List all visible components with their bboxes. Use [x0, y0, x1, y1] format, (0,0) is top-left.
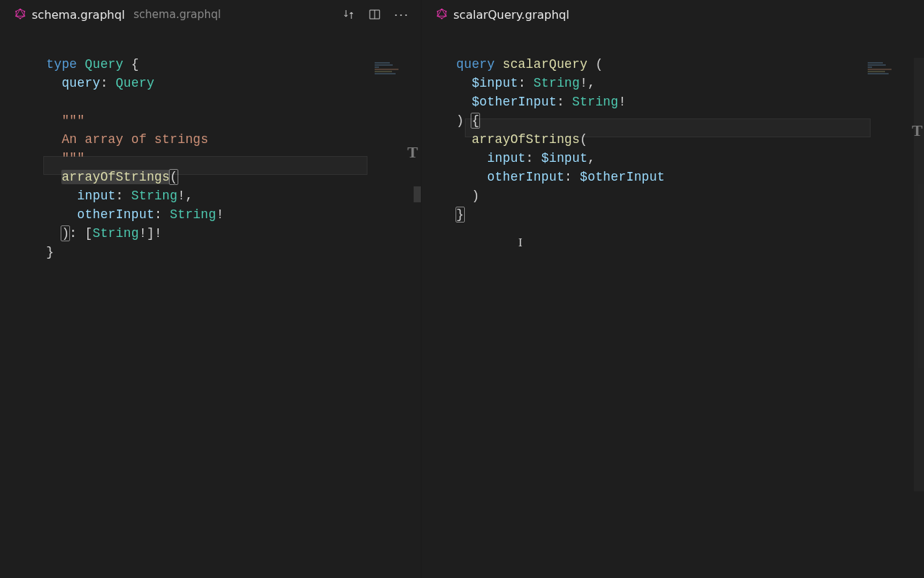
token: (	[596, 57, 603, 72]
token: {	[131, 57, 139, 72]
token: An array of strings	[61, 132, 208, 147]
token: {	[471, 113, 480, 129]
svg-point-5	[19, 18, 21, 20]
editor-pane-left: schema.graphql schema.graphql ··· type Q…	[0, 0, 422, 578]
token: :	[518, 76, 526, 90]
token: query	[61, 76, 100, 90]
scrollbar-thumb[interactable]	[414, 186, 421, 202]
token: type	[46, 57, 77, 72]
token: !	[139, 226, 147, 241]
token: scalarQuery	[502, 57, 588, 72]
tab-title: scalarQuery.graphql	[453, 8, 570, 22]
token: arrayOfStrings	[61, 170, 170, 184]
token: !,	[580, 76, 595, 90]
token: Query	[116, 76, 154, 90]
text-cursor-icon: I	[518, 236, 523, 250]
overview-glyph: T	[407, 143, 418, 162]
token: """	[61, 113, 84, 128]
svg-point-1	[15, 11, 17, 12]
token: input	[487, 151, 526, 165]
token: Query	[85, 57, 124, 72]
svg-point-12	[445, 15, 447, 17]
token: :	[526, 151, 533, 165]
token: """	[61, 151, 84, 165]
token: :	[565, 170, 572, 184]
tab-scalarquery-graphql[interactable]: scalarQuery.graphql	[429, 0, 577, 29]
token: String	[170, 207, 216, 222]
tab-subtitle: schema.graphql	[134, 8, 221, 21]
token: :	[100, 76, 108, 90]
token: String	[572, 95, 619, 109]
token: otherInput	[77, 207, 154, 222]
token: }	[456, 207, 465, 223]
scrollbar[interactable]	[914, 58, 924, 491]
token: !,	[178, 189, 193, 203]
token: )	[456, 113, 464, 128]
compare-changes-icon[interactable]	[342, 8, 355, 21]
svg-point-11	[437, 15, 438, 17]
svg-point-9	[437, 11, 438, 12]
token: :	[557, 95, 565, 109]
code-content-left[interactable]: type Query { query: Query """ An array o…	[0, 29, 421, 280]
token: !	[154, 226, 162, 241]
token: !	[216, 207, 224, 222]
editor-left[interactable]: type Query { query: Query """ An array o…	[0, 29, 421, 578]
svg-point-4	[24, 15, 25, 17]
more-actions-icon[interactable]: ···	[394, 7, 409, 22]
split-editor-icon[interactable]	[368, 8, 381, 21]
graphql-icon	[436, 9, 448, 20]
editor-pane-right: scalarQuery.graphql query scalarQuery ( …	[422, 0, 924, 578]
tab-schema-graphql[interactable]: schema.graphql schema.graphql	[7, 0, 228, 29]
svg-point-10	[445, 11, 447, 12]
tab-bar-left: schema.graphql schema.graphql ···	[0, 0, 421, 29]
token: $input	[471, 76, 518, 90]
token: ,	[588, 151, 596, 165]
token: String	[533, 76, 580, 90]
token: ]	[147, 226, 154, 241]
token: )	[471, 189, 479, 203]
svg-point-13	[441, 18, 443, 20]
tab-actions-left: ···	[342, 7, 414, 22]
token: otherInput	[487, 170, 565, 184]
token: :	[116, 189, 123, 203]
editor-right[interactable]: query scalarQuery ( $input: String!, $ot…	[422, 29, 924, 578]
token: }	[46, 245, 54, 259]
token: !	[619, 95, 627, 109]
token: query	[456, 57, 495, 72]
token: (	[169, 169, 178, 185]
token: [	[85, 226, 93, 241]
tab-bar-right: scalarQuery.graphql	[422, 0, 924, 29]
svg-point-2	[24, 11, 25, 12]
token: String	[131, 189, 178, 203]
token: $otherInput	[471, 95, 557, 109]
token: (	[580, 132, 588, 147]
token: :	[154, 207, 162, 222]
code-content-right[interactable]: query scalarQuery ( $input: String!, $ot…	[422, 29, 924, 243]
token: $input	[541, 151, 588, 165]
token: arrayOfStrings	[471, 132, 580, 147]
svg-point-3	[15, 15, 17, 17]
graphql-icon	[14, 9, 26, 20]
tab-title: schema.graphql	[32, 8, 125, 22]
token: $otherInput	[580, 170, 665, 184]
token: String	[92, 226, 139, 241]
token: :	[69, 226, 77, 241]
token: input	[77, 189, 116, 203]
